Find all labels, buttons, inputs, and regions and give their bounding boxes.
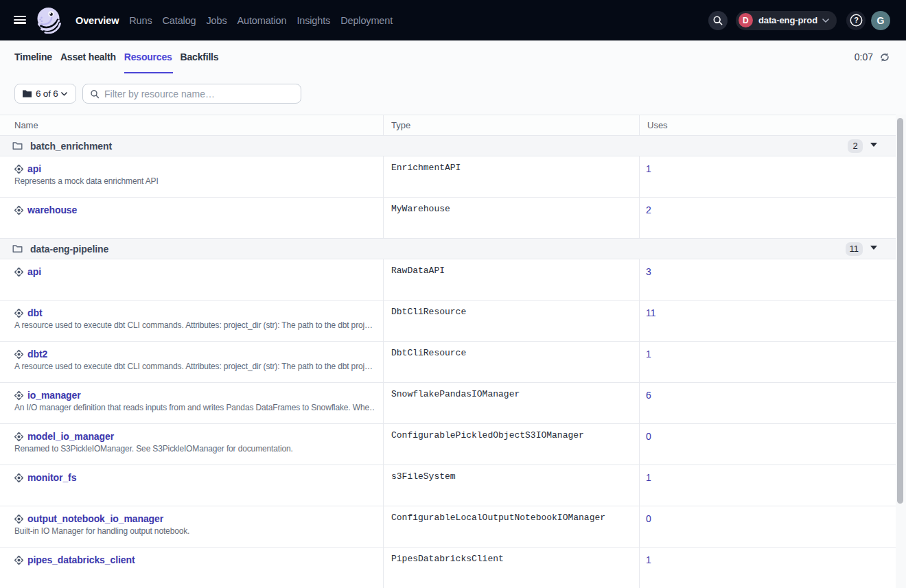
svg-text:?: ? bbox=[854, 16, 859, 24]
